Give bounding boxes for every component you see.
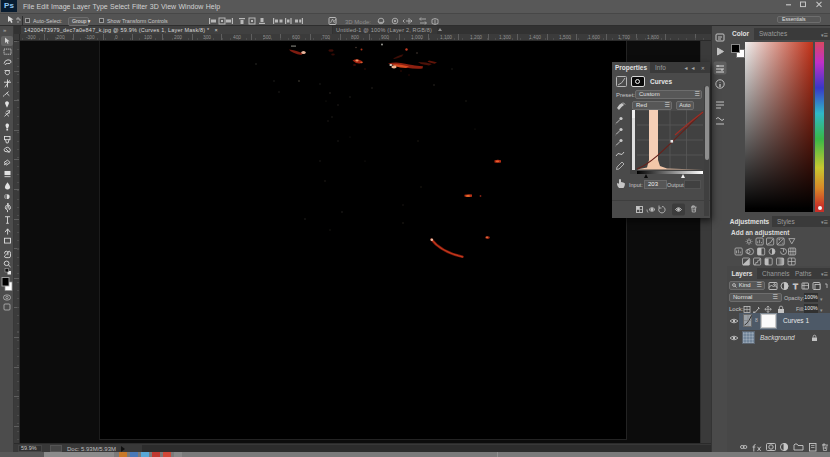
svg-text:T: T — [793, 282, 798, 291]
svg-text:3D Mode:: 3D Mode: — [345, 19, 371, 25]
